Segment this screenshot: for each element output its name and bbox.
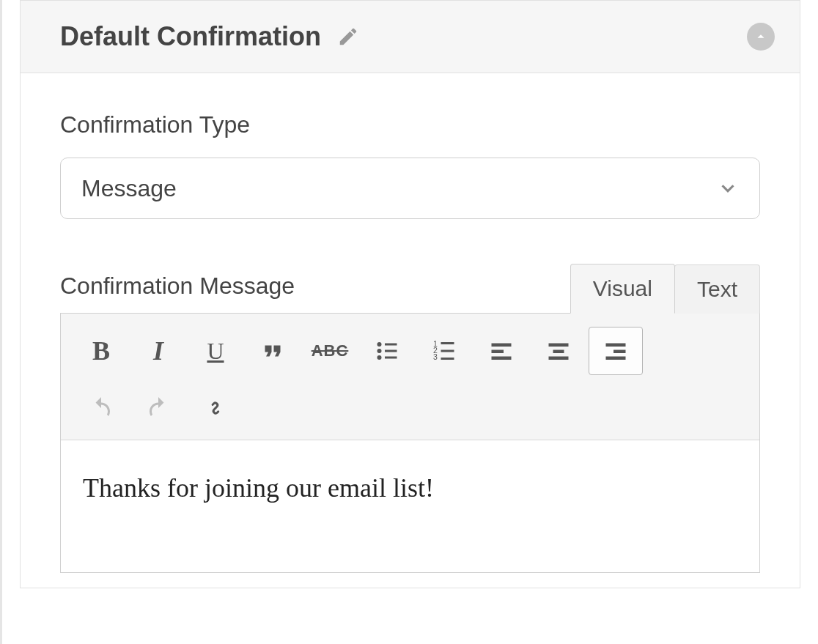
- editor-content[interactable]: Thanks for joining our email list!: [61, 440, 759, 572]
- svg-rect-17: [549, 357, 569, 360]
- pencil-icon[interactable]: [337, 26, 359, 48]
- redo-icon: [145, 395, 172, 421]
- svg-rect-1: [385, 344, 397, 346]
- svg-rect-16: [553, 350, 564, 354]
- tab-visual[interactable]: Visual: [570, 264, 675, 314]
- svg-point-4: [377, 355, 382, 360]
- svg-rect-18: [606, 344, 626, 347]
- undo-icon: [88, 395, 114, 421]
- align-center-button[interactable]: [531, 327, 586, 375]
- editor-toolbar: B I U ABC: [61, 314, 759, 440]
- svg-rect-19: [614, 350, 626, 354]
- confirmation-message-label: Confirmation Message: [60, 273, 570, 300]
- svg-rect-13: [492, 350, 504, 354]
- align-left-button[interactable]: [474, 327, 528, 375]
- numbered-list-icon: 123: [431, 338, 457, 364]
- select-value: Message: [81, 175, 177, 202]
- redo-button[interactable]: [131, 384, 185, 432]
- underline-button[interactable]: U: [188, 327, 243, 375]
- bullet-list-button[interactable]: [360, 327, 414, 375]
- panel-title: Default Confirmation: [60, 21, 321, 52]
- svg-point-2: [377, 349, 382, 353]
- svg-rect-14: [492, 357, 512, 360]
- numbered-list-button[interactable]: 123: [417, 327, 471, 375]
- svg-point-0: [377, 342, 382, 347]
- quote-icon: [259, 338, 286, 364]
- align-right-icon: [603, 338, 629, 364]
- link-icon: [202, 395, 229, 421]
- undo-button[interactable]: [74, 384, 128, 432]
- italic-button[interactable]: I: [131, 327, 185, 375]
- svg-rect-3: [385, 350, 397, 352]
- svg-rect-20: [606, 357, 626, 360]
- tab-text[interactable]: Text: [674, 264, 760, 314]
- collapse-button[interactable]: [747, 23, 775, 51]
- panel-header: Default Confirmation: [20, 0, 800, 73]
- editor-text: Thanks for joining our email list!: [83, 473, 434, 503]
- svg-rect-5: [385, 357, 397, 359]
- chevron-up-icon: [753, 29, 769, 45]
- blockquote-button[interactable]: [246, 327, 300, 375]
- align-center-icon: [545, 338, 572, 364]
- align-left-icon: [488, 338, 515, 364]
- editor-tabs: Visual Text: [570, 263, 760, 313]
- confirmation-type-label: Confirmation Type: [60, 111, 760, 138]
- svg-rect-11: [441, 358, 454, 360]
- editor: B I U ABC: [60, 313, 760, 573]
- align-right-button[interactable]: [589, 327, 643, 375]
- panel-body: Confirmation Type Message Confirmation M…: [20, 73, 800, 588]
- confirmation-type-select[interactable]: Message: [60, 158, 760, 219]
- svg-rect-12: [492, 344, 512, 347]
- svg-rect-15: [549, 344, 569, 347]
- bullet-list-icon: [374, 338, 400, 364]
- svg-rect-7: [441, 342, 454, 344]
- strikethrough-button[interactable]: ABC: [303, 327, 357, 375]
- link-button[interactable]: [188, 384, 243, 432]
- bold-button[interactable]: B: [74, 327, 128, 375]
- svg-text:3: 3: [433, 352, 438, 361]
- chevron-down-icon: [717, 177, 739, 199]
- svg-rect-9: [441, 350, 454, 352]
